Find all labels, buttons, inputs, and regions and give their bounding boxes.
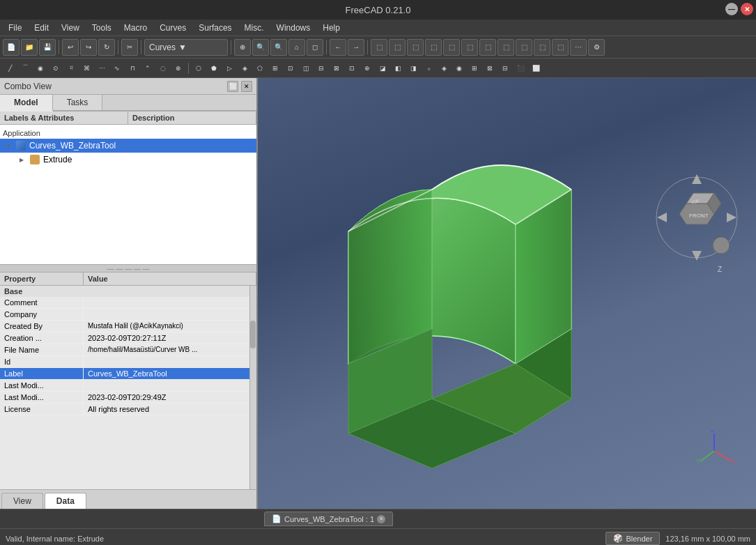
view-button-d[interactable]: ⬚: [425, 39, 442, 56]
menu-edit[interactable]: Edit: [29, 22, 54, 34]
curve-tool-27[interactable]: ◨: [406, 61, 420, 75]
tree-label-extrude: Extrude: [43, 155, 72, 164]
navigation-cube[interactable]: FRONT TOP Z: [651, 169, 742, 259]
view-button-i[interactable]: ⬚: [516, 39, 532, 56]
curve-tool-34[interactable]: ⬛: [514, 61, 527, 75]
nav-button-1[interactable]: ←: [330, 39, 346, 56]
workbench-dropdown[interactable]: Curves ▼: [144, 39, 228, 56]
menu-file[interactable]: File: [3, 22, 27, 34]
blender-button[interactable]: 🎲 Blender: [605, 532, 660, 545]
menu-windows[interactable]: Windows: [271, 22, 316, 34]
viewport[interactable]: FRONT TOP Z X Y Z: [258, 78, 756, 509]
new-button[interactable]: 📄: [3, 39, 20, 56]
zoom-out-button[interactable]: 🔍: [270, 39, 287, 56]
close-panel-button[interactable]: ✕: [241, 81, 252, 92]
cut-button[interactable]: ✂: [121, 39, 138, 56]
prop-row-filename: File Name /home/halil/Masaüstü/Curver WB…: [0, 344, 249, 356]
view-3d-button[interactable]: ◻: [307, 39, 323, 56]
curve-tool-21[interactable]: ⊟: [314, 61, 328, 75]
doc-tab-close-button[interactable]: ✕: [377, 515, 385, 523]
prop-name-comment: Comment: [0, 297, 84, 308]
curve-tool-24[interactable]: ⊕: [360, 61, 374, 75]
expand-panel-button[interactable]: ⬜: [227, 81, 238, 92]
curve-tool-26[interactable]: ◧: [391, 61, 405, 75]
more-button[interactable]: ⋯: [570, 39, 587, 56]
open-button[interactable]: 📁: [21, 39, 38, 56]
tree-item-extrude[interactable]: ▶ Extrude: [0, 153, 256, 167]
menu-macro[interactable]: Macro: [118, 22, 153, 34]
curve-tool-32[interactable]: ⊠: [483, 61, 497, 75]
redo-button[interactable]: ↪: [80, 39, 97, 56]
curve-tool-16[interactable]: ◈: [238, 61, 252, 75]
doc-tab-main[interactable]: 📄 Curves_WB_ZebraTool : 1 ✕: [264, 512, 393, 526]
view-button-f[interactable]: ⬚: [461, 39, 478, 56]
curve-tool-13[interactable]: ⬡: [192, 61, 206, 75]
minimize-button[interactable]: —: [725, 3, 738, 15]
tree-item-curves-wb[interactable]: ▼ Curves_WB_ZebraTool: [0, 139, 256, 153]
curve-tool-30[interactable]: ◉: [452, 61, 466, 75]
props-scrollbar[interactable]: [249, 286, 256, 489]
menu-view[interactable]: View: [56, 22, 85, 34]
curve-tool-10[interactable]: ⌃: [141, 61, 155, 75]
curve-tool-8[interactable]: ∿: [110, 61, 124, 75]
curve-tool-25[interactable]: ◪: [376, 61, 389, 75]
view-button-h[interactable]: ⬚: [497, 39, 514, 56]
curve-tool-11[interactable]: ◌: [156, 61, 170, 75]
curve-tool-18[interactable]: ⊞: [268, 61, 282, 75]
view-button-a[interactable]: ⬚: [371, 39, 387, 56]
tab-model[interactable]: Model: [0, 95, 53, 112]
curve-tool-19[interactable]: ⊡: [284, 61, 298, 75]
curve-tool-28[interactable]: ⬦: [422, 61, 435, 75]
refresh-button[interactable]: ↻: [98, 39, 115, 56]
curve-tool-4[interactable]: ⊙: [49, 61, 63, 75]
properties-scroll-area[interactable]: Base Comment Company Created By Mustafa …: [0, 286, 249, 489]
menu-tools[interactable]: Tools: [86, 22, 117, 34]
curve-tool-23[interactable]: ⊡: [345, 61, 359, 75]
prop-name-lastmod2: Last Modi...: [0, 392, 84, 403]
curve-tool-17[interactable]: ⬠: [253, 61, 267, 75]
view-button-k[interactable]: ⬚: [552, 39, 569, 56]
curve-tool-35[interactable]: ⬜: [529, 61, 543, 75]
curve-tool-5[interactable]: ⌗: [64, 61, 78, 75]
curve-tool-20[interactable]: ◫: [299, 61, 313, 75]
curve-tool-12[interactable]: ⊕: [171, 61, 185, 75]
curve-tool-2[interactable]: ⌒: [18, 61, 32, 75]
curve-tool-3[interactable]: ◉: [33, 61, 47, 75]
tab-view[interactable]: View: [1, 493, 43, 509]
settings-icon[interactable]: ⚙: [588, 39, 605, 56]
blender-label: Blender: [626, 535, 652, 543]
status-text: Valid, Internal name: Extrude: [6, 535, 104, 543]
curve-tool-33[interactable]: ⊟: [498, 61, 512, 75]
view-button-c[interactable]: ⬚: [407, 39, 424, 56]
view-button-b[interactable]: ⬚: [389, 39, 406, 56]
curve-tool-29[interactable]: ◈: [437, 61, 451, 75]
curve-tool-14[interactable]: ⬟: [207, 61, 221, 75]
panel-resizer[interactable]: — — — — —: [0, 264, 256, 272]
curve-tool-31[interactable]: ⊞: [468, 61, 481, 75]
tab-data[interactable]: Data: [45, 493, 86, 509]
curve-tool-15[interactable]: ▷: [222, 61, 236, 75]
view-button-j[interactable]: ⬚: [534, 39, 550, 56]
save-button[interactable]: 💾: [39, 39, 56, 56]
chevron-down-icon: ▼: [178, 43, 187, 52]
curve-tool-1[interactable]: ╱: [3, 61, 17, 75]
curve-tool-7[interactable]: ⋯: [95, 61, 109, 75]
close-button[interactable]: ✕: [741, 3, 753, 15]
menu-curves[interactable]: Curves: [154, 22, 192, 34]
menu-misc[interactable]: Misc.: [239, 22, 270, 34]
menu-help[interactable]: Help: [317, 22, 346, 34]
view-home-button[interactable]: ⌂: [288, 39, 305, 56]
curve-tool-9[interactable]: ⊓: [125, 61, 139, 75]
zoom-in-button[interactable]: 🔍: [252, 39, 269, 56]
prop-row-label[interactable]: Label Curves_WB_ZebraTool: [0, 368, 249, 380]
tab-tasks[interactable]: Tasks: [53, 95, 103, 110]
nav-button-2[interactable]: →: [348, 39, 364, 56]
zoom-fit-button[interactable]: ⊕: [234, 39, 251, 56]
curve-tool-22[interactable]: ⊠: [330, 61, 344, 75]
view-button-e[interactable]: ⬚: [443, 39, 460, 56]
menu-surfaces[interactable]: Surfaces: [193, 22, 237, 34]
separator-1: [59, 40, 59, 54]
view-button-g[interactable]: ⬚: [479, 39, 496, 56]
undo-button[interactable]: ↩: [62, 39, 79, 56]
curve-tool-6[interactable]: ⌘: [79, 61, 93, 75]
